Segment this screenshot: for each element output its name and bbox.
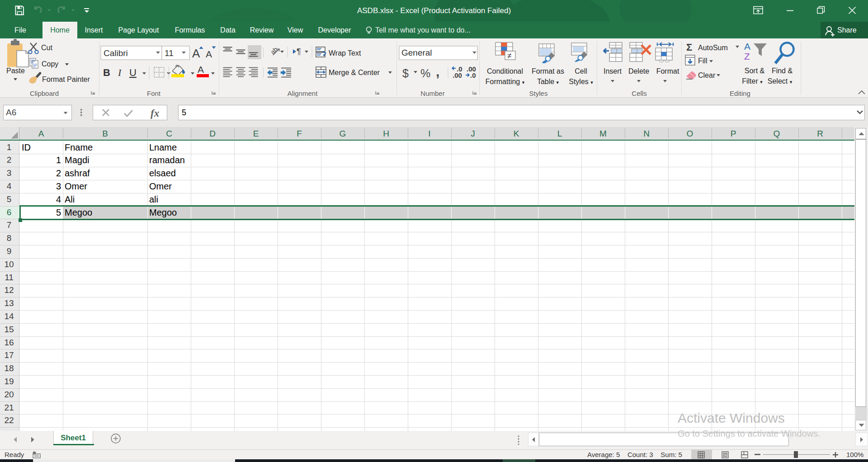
svg-text:A: A [744,41,750,52]
svg-text:fx: fx [151,108,159,119]
svg-text:$: $ [402,67,409,80]
svg-text:,: , [436,64,439,79]
svg-text:A: A [206,49,212,59]
svg-text:Σ: Σ [686,42,692,53]
svg-text:A: A [198,64,204,75]
svg-text:.00: .00 [453,71,462,79]
svg-text:Z: Z [744,51,750,61]
svg-text:%: % [420,67,430,80]
svg-text:11: 11 [165,48,174,58]
svg-text:I: I [118,67,122,78]
svg-text:¶: ¶ [297,47,301,56]
svg-text:≠: ≠ [507,52,511,60]
svg-text:.0: .0 [470,71,476,79]
svg-text:General: General [401,48,432,57]
svg-text:Calibri: Calibri [104,48,128,58]
svg-text:B: B [103,67,110,78]
svg-text:A: A [192,47,200,60]
svg-text:U: U [129,67,137,78]
